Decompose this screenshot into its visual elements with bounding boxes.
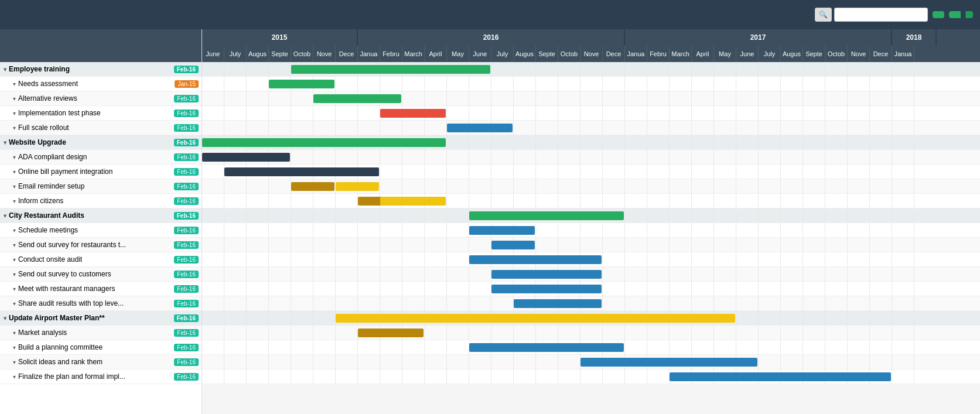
grid-cell [247,77,269,91]
grid-cell [425,208,447,223]
chevron-icon[interactable]: ▾ [13,227,16,234]
gantt-bar-16[interactable] [491,285,602,293]
grid-cell [736,252,759,266]
chevron-icon[interactable]: ▾ [13,359,16,365]
name-row-10[interactable]: ▾Inform citizensFeb-16 [0,194,202,208]
chevron-icon[interactable]: ▾ [13,183,16,190]
grid-cell [825,296,848,310]
chevron-icon[interactable]: ▾ [13,374,16,380]
name-row-20[interactable]: ▾Build a planning committeeFeb-16 [0,340,202,355]
grid-cell [536,150,558,164]
gantt-bar-4[interactable] [380,109,446,118]
grid-cell [247,223,269,237]
name-row-19[interactable]: ▾Market analysisFeb-16 [0,326,202,340]
chevron-icon[interactable]: ▾ [13,256,16,263]
chevron-icon[interactable]: ▾ [13,125,16,131]
gantt-bar-18[interactable] [336,314,735,323]
grid-cell [736,326,759,340]
name-row-21[interactable]: ▾Solicit ideas and rank themFeb-16 [0,355,202,369]
chevron-icon[interactable]: ▾ [4,66,6,73]
name-row-4[interactable]: ▾Implementation test phaseFeb-16 [0,106,202,121]
grid-cell [803,194,825,208]
grid-cell [247,106,269,120]
dropdown-button[interactable] [965,11,973,18]
gantt-bar-1[interactable] [291,65,490,74]
search-icon-box[interactable]: 🔍 [815,8,832,22]
name-row-22[interactable]: ▾Finalize the plan and formal impl...Feb… [0,369,202,384]
grid-button[interactable] [949,11,961,18]
chevron-icon[interactable]: ▾ [4,315,6,321]
chevron-icon[interactable]: ▾ [13,110,16,117]
grid-cell [625,252,647,266]
name-row-5[interactable]: ▾Full scale rolloutFeb-16 [0,121,202,135]
chevron-icon[interactable]: ▾ [4,139,6,146]
name-row-18[interactable]: ▾Update Airport Master Plan**Feb-16 [0,311,202,326]
status-badge: Feb-16 [174,197,199,205]
chevron-icon[interactable]: ▾ [13,169,16,175]
gantt-bar-12[interactable] [469,226,535,235]
chevron-icon[interactable]: ▾ [13,81,16,87]
grid-cell [447,179,469,193]
name-row-12[interactable]: ▾Schedule meetingsFeb-16 [0,223,202,238]
gantt-bar-9[interactable] [291,182,334,191]
chevron-icon[interactable]: ▾ [13,344,16,351]
gantt-bar-8[interactable] [224,167,379,176]
gantt-bar-2[interactable] [269,80,334,88]
grid-cell [625,369,647,384]
chevron-icon[interactable]: ▾ [13,300,16,307]
name-row-3[interactable]: ▾Alternative reviewsFeb-16 [0,91,202,106]
gantt-bar-22[interactable] [670,372,891,381]
gantt-bar-13[interactable] [491,241,535,249]
name-row-1[interactable]: ▾Employee trainingFeb-16 [0,62,202,77]
chevron-icon[interactable]: ▾ [13,286,16,292]
grid-cell [625,194,647,208]
grid-cell [670,296,692,310]
chevron-icon[interactable]: ▾ [13,95,16,102]
grid-cell [670,77,692,91]
gantt-bar-14[interactable] [469,255,602,264]
name-row-16[interactable]: ▾Meet with restaurant managersFeb-16 [0,282,202,296]
name-row-2[interactable]: ▾Needs assessmentJan-15 [0,77,202,91]
gantt-bar-11[interactable] [469,211,624,220]
name-row-8[interactable]: ▾Online bill payment integrationFeb-16 [0,165,202,179]
grid-cell [202,91,224,105]
grid-cell [447,252,469,266]
name-row-17[interactable]: ▾Share audit results with top leve...Feb… [0,296,202,311]
gantt-bar-9-2[interactable] [336,182,379,191]
name-row-15[interactable]: ▾Send out survey to customersFeb-16 [0,267,202,282]
gantt-bar-7[interactable] [202,153,290,162]
chevron-icon[interactable]: ▾ [13,242,16,248]
gantt-bar-5[interactable] [447,124,513,132]
grid-cell [247,355,269,369]
name-row-9[interactable]: ▾Email reminder setupFeb-16 [0,179,202,194]
gantt-bar-6[interactable] [202,138,446,147]
grid-cell [848,179,870,193]
right-panel[interactable]: 2015201620172018JuneJulyAugusSepteOctobN… [202,29,980,414]
gantt-bar-10-2[interactable] [380,197,446,206]
star-button[interactable] [933,11,944,18]
name-row-7[interactable]: ▾ADA compliant designFeb-16 [0,150,202,165]
grid-cell [380,369,402,384]
gantt-bar-20[interactable] [469,343,624,352]
gantt-bar-17[interactable] [514,299,602,308]
grid-cell [670,121,692,135]
gantt-bar-3[interactable] [313,94,401,103]
gantt-bar-19[interactable] [358,329,424,337]
chevron-icon[interactable]: ▾ [13,271,16,278]
gantt-bar-21[interactable] [581,358,757,367]
tl-row-11 [202,208,980,223]
search-input[interactable] [834,8,928,22]
grid-cell [825,267,848,281]
name-row-11[interactable]: ▾City Restaurant AuditsFeb-16 [0,208,202,223]
name-row-13[interactable]: ▾Send out survey for restaurants t...Feb… [0,238,202,252]
grid-cell [825,340,848,354]
chevron-icon[interactable]: ▾ [13,198,16,204]
grid-cell [692,238,714,252]
name-row-6[interactable]: ▾Website UpgradeFeb-16 [0,135,202,150]
grid-cell [447,296,469,310]
chevron-icon[interactable]: ▾ [13,154,16,160]
gantt-bar-15[interactable] [491,270,602,279]
name-row-14[interactable]: ▾Conduct onsite auditFeb-16 [0,252,202,267]
chevron-icon[interactable]: ▾ [13,330,16,336]
chevron-icon[interactable]: ▾ [4,213,6,219]
